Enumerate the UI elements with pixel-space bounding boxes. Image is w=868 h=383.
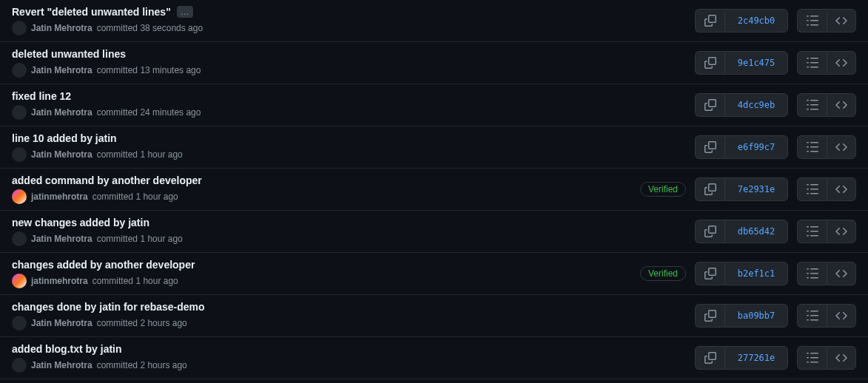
copy-icon bbox=[704, 310, 716, 322]
browse-repo-button[interactable] bbox=[827, 93, 856, 117]
commit-title[interactable]: added command by another developer bbox=[12, 174, 202, 186]
copy-sha-button[interactable] bbox=[695, 220, 724, 243]
commit-author[interactable]: Jatin Mehrotra bbox=[31, 23, 92, 33]
avatar[interactable] bbox=[12, 21, 27, 35]
code-icon bbox=[835, 99, 847, 111]
browse-repo-button[interactable] bbox=[827, 262, 856, 285]
browse-repo-button[interactable] bbox=[827, 51, 856, 75]
view-checks-button[interactable] bbox=[797, 304, 827, 328]
view-checks-button[interactable] bbox=[797, 51, 827, 75]
commit-sha-link[interactable]: 4dcc9eb bbox=[724, 93, 788, 117]
avatar[interactable] bbox=[12, 358, 27, 373]
avatar[interactable] bbox=[12, 147, 27, 162]
commit-title-row: changes done by jatin for rebase-demo bbox=[12, 301, 695, 313]
commit-meta: Jatin Mehrotra committed 2 hours ago bbox=[12, 316, 695, 331]
copy-sha-button[interactable] bbox=[695, 346, 724, 370]
commit-title[interactable]: line 10 added by jatin bbox=[12, 132, 117, 144]
verified-badge[interactable]: Verified bbox=[640, 182, 686, 197]
copy-icon bbox=[704, 183, 716, 195]
commit-title[interactable]: changes added by another developer bbox=[12, 259, 195, 271]
commit-actions: ba09bb7 bbox=[695, 304, 856, 328]
copy-sha-button[interactable] bbox=[695, 51, 724, 75]
browse-repo-button[interactable] bbox=[827, 177, 856, 201]
browse-group bbox=[797, 93, 856, 117]
avatar[interactable] bbox=[12, 274, 27, 288]
browse-group bbox=[797, 346, 856, 370]
avatar[interactable] bbox=[12, 189, 27, 204]
commit-sha-link[interactable]: 9e1c475 bbox=[724, 51, 788, 75]
commit-actions: Verified 7e2931e bbox=[640, 177, 856, 201]
code-icon bbox=[835, 141, 847, 153]
copy-sha-button[interactable] bbox=[695, 177, 724, 201]
checks-icon bbox=[807, 141, 818, 153]
avatar[interactable] bbox=[12, 105, 27, 120]
browse-repo-button[interactable] bbox=[827, 9, 856, 33]
copy-icon bbox=[704, 57, 716, 69]
commit-time: committed 1 hour ago bbox=[92, 192, 178, 202]
commit-title[interactable]: changes done by jatin for rebase-demo bbox=[12, 301, 205, 313]
commit-row: added command by another developer jatin… bbox=[0, 169, 868, 211]
commit-title-row: line 10 added by jatin bbox=[12, 132, 695, 144]
commit-author[interactable]: Jatin Mehrotra bbox=[31, 149, 92, 160]
view-checks-button[interactable] bbox=[797, 9, 827, 33]
commit-author[interactable]: jatinmehrotra bbox=[31, 192, 88, 202]
view-checks-button[interactable] bbox=[797, 262, 827, 285]
commit-sha-link[interactable]: ba09bb7 bbox=[724, 304, 788, 328]
commit-title[interactable]: new changes added by jatin bbox=[12, 217, 149, 228]
copy-sha-button[interactable] bbox=[695, 304, 724, 328]
commit-author[interactable]: Jatin Mehrotra bbox=[31, 65, 92, 75]
commit-title[interactable]: Revert "deleted unwanted lines" bbox=[12, 6, 171, 18]
browse-repo-button[interactable] bbox=[827, 135, 856, 159]
commit-author[interactable]: Jatin Mehrotra bbox=[31, 107, 92, 118]
commit-meta: Jatin Mehrotra committed 1 hour ago bbox=[12, 231, 695, 246]
view-checks-button[interactable] bbox=[797, 177, 827, 201]
browse-repo-button[interactable] bbox=[827, 346, 856, 370]
avatar[interactable] bbox=[12, 63, 27, 78]
commit-info: changes done by jatin for rebase-demo Ja… bbox=[12, 301, 695, 331]
commit-author[interactable]: Jatin Mehrotra bbox=[31, 318, 92, 328]
commit-title[interactable]: fixed line 12 bbox=[12, 90, 71, 102]
expand-message-button[interactable]: … bbox=[177, 6, 193, 18]
browse-repo-button[interactable] bbox=[827, 220, 856, 243]
verified-badge[interactable]: Verified bbox=[640, 266, 686, 281]
commit-info: deleted unwanted lines Jatin Mehrotra co… bbox=[12, 48, 695, 78]
checks-icon bbox=[807, 268, 818, 279]
copy-sha-button[interactable] bbox=[695, 93, 724, 117]
copy-icon bbox=[704, 226, 716, 237]
commit-time: committed 1 hour ago bbox=[97, 149, 183, 160]
commit-author[interactable]: jatinmehrotra bbox=[31, 276, 88, 286]
sha-group: e6f99c7 bbox=[695, 135, 788, 159]
commit-author[interactable]: Jatin Mehrotra bbox=[31, 234, 92, 244]
commit-row: deleted unwanted lines Jatin Mehrotra co… bbox=[0, 42, 868, 84]
commit-author[interactable]: Jatin Mehrotra bbox=[31, 360, 92, 370]
commit-title[interactable]: added blog.txt by jatin bbox=[12, 343, 122, 355]
view-checks-button[interactable] bbox=[797, 346, 827, 370]
commit-title[interactable]: deleted unwanted lines bbox=[12, 48, 126, 60]
commit-list: Revert "deleted unwanted lines" … Jatin … bbox=[0, 0, 868, 379]
commit-meta: Jatin Mehrotra committed 13 minutes ago bbox=[12, 63, 695, 78]
copy-sha-button[interactable] bbox=[695, 9, 724, 33]
commit-sha-link[interactable]: b2ef1c1 bbox=[724, 262, 788, 285]
commit-sha-link[interactable]: 7e2931e bbox=[724, 177, 788, 201]
commit-row: changes added by another developer jatin… bbox=[0, 253, 868, 295]
commit-sha-link[interactable]: 2c49cb0 bbox=[724, 9, 788, 33]
commit-sha-link[interactable]: e6f99c7 bbox=[724, 135, 788, 159]
commit-actions: 2c49cb0 bbox=[695, 9, 856, 33]
browse-group bbox=[797, 9, 856, 33]
commit-sha-link[interactable]: db65d42 bbox=[724, 220, 788, 243]
avatar[interactable] bbox=[12, 316, 27, 331]
copy-sha-button[interactable] bbox=[695, 262, 724, 285]
avatar[interactable] bbox=[12, 231, 27, 246]
view-checks-button[interactable] bbox=[797, 93, 827, 117]
commit-meta: Jatin Mehrotra committed 38 seconds ago bbox=[12, 21, 695, 35]
commit-meta: jatinmehrotra committed 1 hour ago bbox=[12, 189, 640, 204]
view-checks-button[interactable] bbox=[797, 220, 827, 243]
commit-sha-link[interactable]: 277261e bbox=[724, 346, 788, 370]
commit-info: added blog.txt by jatin Jatin Mehrotra c… bbox=[12, 343, 695, 373]
commit-info: fixed line 12 Jatin Mehrotra committed 2… bbox=[12, 90, 695, 120]
sha-group: 7e2931e bbox=[695, 177, 788, 201]
commit-row: fixed line 12 Jatin Mehrotra committed 2… bbox=[0, 84, 868, 126]
view-checks-button[interactable] bbox=[797, 135, 827, 159]
copy-sha-button[interactable] bbox=[695, 135, 724, 159]
browse-repo-button[interactable] bbox=[827, 304, 856, 328]
